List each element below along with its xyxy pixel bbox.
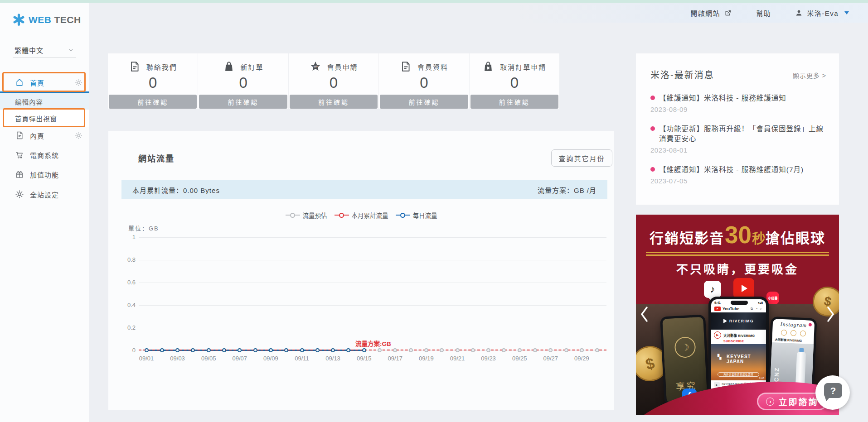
news-item[interactable]: 【功能更新】服務再升級！「會員保固登錄」上線消費更安心 2023-08-01	[650, 124, 828, 154]
tiktok-icon: ♪	[704, 281, 721, 298]
open-site-link[interactable]: 開啟網站	[679, 3, 744, 23]
promo-banner[interactable]: 行銷短影音30秒搶佔眼球 不只吸睛，更要吸金 ♪ 小紅書 $ $ ☽ 享究 9:…	[636, 215, 839, 415]
y-axis-tick: 0.4	[112, 302, 136, 308]
sidebar-item-addons[interactable]: 加值功能	[0, 165, 89, 183]
forecast-point	[393, 348, 397, 352]
sidebar-item-label: 全站設定	[30, 190, 59, 199]
document-icon	[129, 61, 141, 72]
go-confirm-button[interactable]: 前往確認	[199, 95, 287, 109]
y-axis-tick: 1	[112, 234, 136, 240]
forecast-point	[440, 348, 444, 352]
go-confirm-button[interactable]: 前往確認	[109, 95, 197, 109]
sidebar-item-label: 首頁	[30, 78, 44, 87]
gear-icon[interactable]	[75, 132, 82, 139]
daily-traffic-point	[300, 348, 304, 352]
stat-label: 新訂單	[241, 62, 264, 72]
show-more-link[interactable]: 顯示更多 >	[793, 71, 826, 80]
quota-line-label: 流量方案:GB	[355, 339, 391, 348]
external-link-icon	[724, 9, 732, 17]
stat-card: VIP 會員申請 0 前往確認	[289, 53, 379, 109]
user-menu[interactable]: 米洛-Eva	[783, 3, 861, 23]
help-link[interactable]: 幫助	[744, 3, 783, 23]
daily-traffic-point	[175, 348, 179, 352]
forecast-point	[502, 348, 506, 352]
language-selector[interactable]: 繁體中文	[13, 43, 76, 58]
news-bullet-icon	[650, 167, 655, 172]
cart-icon	[15, 150, 24, 159]
stat-card: 新訂單 0 前往確認	[198, 53, 288, 109]
news-panel: 米洛-最新消息 顯示更多 > 【維護通知】米洛科技 - 服務維護通知 2023-…	[636, 53, 839, 205]
x-axis-tick: 09/27	[540, 355, 562, 362]
language-label: 繁體中文	[15, 45, 44, 55]
channel-avatar: ▶	[714, 331, 721, 339]
gift-box-icon	[15, 170, 24, 179]
stat-value: 0	[108, 74, 198, 91]
stat-value: 0	[379, 74, 469, 91]
carousel-prev-button[interactable]	[639, 305, 650, 323]
vip-star-icon: VIP	[310, 61, 321, 72]
forecast-point	[564, 348, 568, 352]
go-confirm-button[interactable]: 前往確認	[290, 95, 378, 109]
open-site-label: 開啟網站	[690, 8, 720, 18]
x-axis-tick: 09/23	[478, 355, 499, 362]
daily-traffic-point	[362, 348, 366, 352]
bag-x-icon	[482, 61, 494, 72]
news-item-date: 2023-08-01	[650, 146, 828, 154]
daily-traffic-point	[160, 348, 164, 352]
daily-traffic-point	[346, 348, 350, 352]
forecast-point	[548, 348, 553, 352]
sidebar-item-home-popup[interactable]: 首頁彈出視窗	[0, 110, 89, 127]
x-axis-tick: 09/11	[291, 355, 313, 362]
daily-traffic-point	[284, 348, 288, 352]
sidebar-item-inner-pages[interactable]: 內頁	[0, 126, 89, 144]
page: WEB TECH 繁體中文 首頁 編輯內容 首頁彈出視窗 內頁 電商系統	[0, 0, 868, 422]
youtube-app-icons: ⧉ ◔ ⌕	[751, 307, 763, 311]
banner-headline-post: 搶佔眼球	[766, 227, 825, 247]
news-item-title: 【維護通知】米洛科技 - 服務維護通知(7月)	[659, 165, 804, 175]
svg-text:VIP: VIP	[313, 65, 317, 68]
consult-now-label: 立即諮詢	[778, 395, 818, 408]
top-header: 開啟網站 幫助 米洛-Eva	[679, 3, 861, 23]
daily-traffic-point	[207, 348, 211, 352]
forecast-point	[595, 348, 599, 352]
daily-traffic-point	[315, 348, 320, 352]
channel-name: 大河影像 RIVERIMG	[723, 333, 755, 338]
carousel-next-button[interactable]	[824, 305, 836, 323]
sidebar-item-home[interactable]: 首頁	[0, 73, 89, 91]
sidebar-item-ecommerce[interactable]: 電商系統	[0, 146, 89, 164]
news-list: 【維護通知】米洛科技 - 服務維護通知 2023-08-09 【功能更新】服務再…	[650, 93, 828, 196]
brand-tech: TECH	[54, 14, 81, 25]
banner-gold-divider	[646, 252, 829, 256]
x-axis-tick: 09/17	[384, 355, 406, 362]
x-axis-tick: 09/29	[571, 355, 592, 362]
forecast-point	[486, 348, 490, 352]
news-item-date: 2023-08-09	[650, 106, 828, 113]
brand-crest-icon: ☽	[674, 336, 696, 358]
x-axis-tick: 09/25	[509, 355, 530, 362]
daily-traffic-point	[253, 348, 257, 352]
news-item[interactable]: 【維護通知】米洛科技 - 服務維護通知(7月) 2023-07-05	[650, 165, 828, 185]
gridline	[139, 328, 606, 328]
go-confirm-button[interactable]: 前往確認	[380, 95, 468, 109]
daily-traffic-point	[269, 348, 273, 352]
daily-traffic-point	[191, 348, 195, 352]
sidebar-item-site-settings[interactable]: 全站設定	[0, 185, 89, 203]
sidebar-item-edit-content[interactable]: 編輯內容	[0, 93, 89, 110]
phone-notch	[731, 301, 748, 305]
help-chat-button[interactable]: ?	[815, 375, 850, 410]
news-item[interactable]: 【維護通知】米洛科技 - 服務維護通知 2023-08-09	[650, 93, 828, 113]
status-icons: ▾▴▮	[758, 301, 763, 305]
daily-traffic-point	[331, 348, 335, 352]
forecast-point	[471, 348, 475, 352]
go-confirm-button[interactable]: 前往確認	[470, 95, 558, 109]
y-axis-tick: 0.6	[112, 279, 136, 286]
username: 米洛-Eva	[807, 8, 839, 18]
sidebar-item-label: 首頁彈出視窗	[15, 114, 57, 123]
y-axis-tick: 0.2	[112, 324, 136, 331]
gear-icon[interactable]	[75, 79, 82, 86]
video-thumbnail: ▚ KEYVESTJAPAN 海外企業投資的最佳選擇 0:48	[711, 344, 766, 380]
banner-subtitle: 不只吸睛，更要吸金	[636, 260, 839, 277]
logo-bars-icon: ▚	[718, 354, 721, 360]
news-item-title: 【維護通知】米洛科技 - 服務維護通知	[659, 93, 786, 103]
x-axis-tick: 09/21	[446, 355, 468, 362]
